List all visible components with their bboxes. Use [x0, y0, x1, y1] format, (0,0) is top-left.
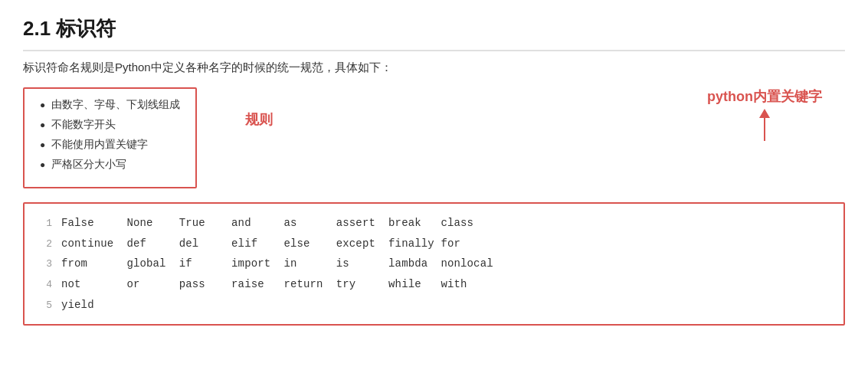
- line-num-5: 5: [37, 296, 52, 316]
- line-num-4: 4: [37, 276, 52, 295]
- rule-item-4: 严格区分大小写: [40, 158, 180, 172]
- keywords-code-box: 1 False None True and as assert break cl…: [23, 202, 845, 326]
- line-num-2: 2: [37, 235, 52, 254]
- description-text: 标识符命名规则是Python中定义各种名字的时候的统一规范，具体如下：: [23, 61, 845, 75]
- rule-item-2: 不能数字开头: [40, 118, 180, 132]
- rule-item-3: 不能使用内置关键字: [40, 138, 180, 152]
- upper-section: 由数字、字母、下划线组成 不能数字开头 不能使用内置关键字 严格区分大小写 规则…: [23, 87, 845, 188]
- rule-item-1: 由数字、字母、下划线组成: [40, 98, 180, 112]
- page-title: 2.1 标识符: [23, 15, 845, 51]
- code-content-5: yield: [61, 295, 94, 316]
- code-row-3: 3 from global if import in is lambda non…: [37, 254, 831, 274]
- code-content-3: from global if import in is lambda nonlo…: [61, 254, 493, 274]
- rules-list: 由数字、字母、下划线组成 不能数字开头 不能使用内置关键字 严格区分大小写: [40, 98, 180, 172]
- line-num-1: 1: [37, 214, 52, 234]
- rules-box: 由数字、字母、下划线组成 不能数字开头 不能使用内置关键字 严格区分大小写: [23, 87, 197, 188]
- code-row-1: 1 False None True and as assert break cl…: [37, 213, 831, 234]
- arrow-up-icon: [707, 109, 822, 141]
- rules-annotation-label: 规则: [245, 110, 273, 129]
- code-row-4: 4 not or pass raise return try while wit…: [37, 274, 831, 295]
- code-row-2: 2 continue def del elif else except fina…: [37, 234, 831, 254]
- code-content-4: not or pass raise return try while with: [61, 274, 467, 295]
- code-row-5: 5 yield: [37, 295, 831, 316]
- keywords-annotation-label: python内置关键字: [707, 87, 822, 141]
- line-num-3: 3: [37, 255, 52, 274]
- code-content-1: False None True and as assert break clas…: [61, 213, 473, 234]
- code-content-2: continue def del elif else except finall…: [61, 234, 460, 254]
